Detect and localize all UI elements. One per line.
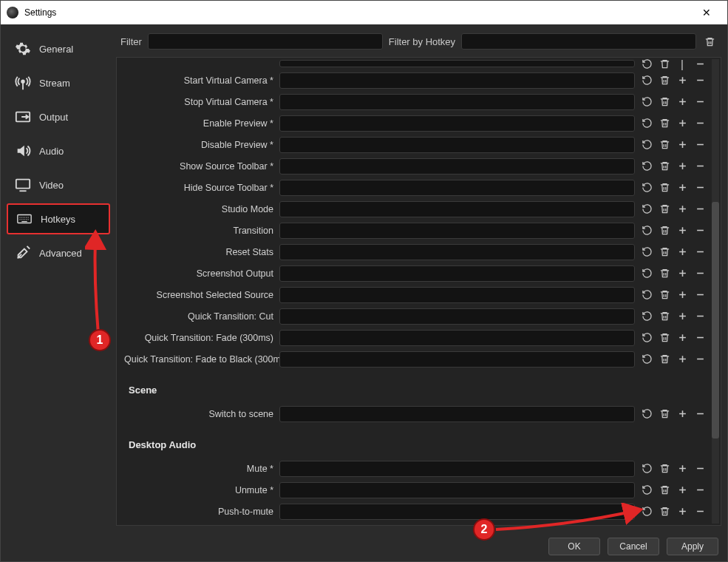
- hotkey-input[interactable]: [279, 287, 635, 303]
- filter-input[interactable]: [148, 33, 383, 50]
- add-icon[interactable]: [675, 180, 690, 195]
- undo-icon[interactable]: [639, 407, 654, 422]
- sidebar-item-output[interactable]: Output: [7, 101, 110, 132]
- trash-icon[interactable]: [657, 266, 672, 281]
- add-icon[interactable]: [675, 159, 690, 174]
- add-icon[interactable]: [675, 95, 690, 109]
- undo-icon[interactable]: [639, 95, 654, 109]
- pipe-icon[interactable]: |: [675, 57, 690, 71]
- trash-icon[interactable]: [657, 526, 672, 527]
- trash-icon[interactable]: [657, 461, 672, 476]
- trash-icon[interactable]: [657, 73, 672, 88]
- undo-icon[interactable]: [639, 266, 654, 281]
- remove-icon[interactable]: [693, 95, 707, 109]
- undo-icon[interactable]: [639, 504, 654, 519]
- remove-icon[interactable]: [693, 159, 707, 174]
- undo-icon[interactable]: [639, 138, 654, 152]
- add-icon[interactable]: [675, 202, 690, 217]
- sidebar-item-audio[interactable]: Audio: [7, 135, 110, 166]
- hotkey-input[interactable]: [279, 137, 635, 153]
- remove-icon[interactable]: [693, 116, 707, 131]
- undo-icon[interactable]: [639, 202, 654, 217]
- remove-icon[interactable]: [693, 202, 707, 217]
- trash-icon[interactable]: [657, 309, 672, 324]
- add-icon[interactable]: [675, 526, 690, 527]
- hotkey-input[interactable]: [279, 330, 635, 346]
- remove-icon[interactable]: [693, 526, 707, 527]
- trash-icon[interactable]: [657, 245, 672, 260]
- add-icon[interactable]: [675, 288, 690, 302]
- sidebar-item-general[interactable]: General: [7, 33, 110, 64]
- undo-icon[interactable]: [639, 73, 654, 88]
- undo-icon[interactable]: [639, 159, 654, 174]
- add-icon[interactable]: [675, 504, 690, 519]
- undo-icon[interactable]: [639, 352, 654, 367]
- clear-filter-icon[interactable]: [702, 36, 717, 47]
- undo-icon[interactable]: [639, 245, 654, 260]
- remove-icon[interactable]: [693, 461, 707, 476]
- sidebar-item-advanced[interactable]: Advanced: [7, 237, 110, 268]
- remove-icon[interactable]: [693, 73, 707, 88]
- hotkey-input[interactable]: [279, 223, 635, 239]
- add-icon[interactable]: [675, 138, 690, 152]
- remove-icon[interactable]: [693, 483, 707, 498]
- trash-icon[interactable]: [657, 180, 672, 195]
- trash-icon[interactable]: [657, 116, 672, 131]
- trash-icon[interactable]: [657, 202, 672, 217]
- remove-icon[interactable]: [693, 288, 707, 302]
- undo-icon[interactable]: [639, 57, 654, 71]
- hotkey-input[interactable]: [279, 461, 635, 477]
- add-icon[interactable]: [675, 73, 690, 88]
- remove-icon[interactable]: [693, 407, 707, 422]
- undo-icon[interactable]: [639, 288, 654, 302]
- trash-icon[interactable]: [657, 352, 672, 367]
- hotkey-input[interactable]: [279, 94, 635, 110]
- close-button[interactable]: ✕: [692, 7, 721, 18]
- apply-button[interactable]: Apply: [667, 538, 718, 555]
- remove-icon[interactable]: [693, 223, 707, 238]
- undo-icon[interactable]: [639, 309, 654, 324]
- undo-icon[interactable]: [639, 461, 654, 476]
- hotkey-input[interactable]: [279, 201, 635, 217]
- hotkey-input[interactable]: [279, 180, 635, 196]
- trash-icon[interactable]: [657, 223, 672, 238]
- remove-icon[interactable]: [693, 180, 707, 195]
- trash-icon[interactable]: [657, 407, 672, 422]
- trash-icon[interactable]: [657, 288, 672, 302]
- hotkey-input[interactable]: [279, 308, 635, 325]
- hotkey-input[interactable]: [279, 504, 635, 520]
- undo-icon[interactable]: [639, 223, 654, 238]
- trash-icon[interactable]: [657, 159, 672, 174]
- trash-icon[interactable]: [657, 483, 672, 498]
- remove-icon[interactable]: [693, 331, 707, 345]
- add-icon[interactable]: [675, 352, 690, 367]
- trash-icon[interactable]: [657, 95, 672, 109]
- trash-icon[interactable]: [657, 331, 672, 345]
- remove-icon[interactable]: [693, 504, 707, 519]
- undo-icon[interactable]: [639, 180, 654, 195]
- hotkey-input[interactable]: [279, 265, 635, 282]
- hotkey-input[interactable]: [279, 406, 635, 422]
- add-icon[interactable]: [675, 223, 690, 238]
- remove-icon[interactable]: [693, 245, 707, 260]
- add-icon[interactable]: [675, 245, 690, 260]
- trash-icon[interactable]: [657, 138, 672, 152]
- add-icon[interactable]: [675, 116, 690, 131]
- filter-hotkey-input[interactable]: [461, 33, 696, 50]
- trash-icon[interactable]: [657, 504, 672, 519]
- sidebar-item-video[interactable]: Video: [7, 169, 110, 200]
- remove-icon[interactable]: [693, 266, 707, 281]
- add-icon[interactable]: [675, 266, 690, 281]
- hotkey-input[interactable]: [279, 482, 635, 498]
- hotkey-input[interactable]: [279, 244, 635, 260]
- add-icon[interactable]: [675, 309, 690, 324]
- remove-icon[interactable]: [693, 138, 707, 152]
- hotkey-input[interactable]: [279, 158, 635, 175]
- sidebar-item-stream[interactable]: Stream: [7, 67, 110, 98]
- remove-icon[interactable]: [693, 309, 707, 324]
- add-icon[interactable]: [675, 331, 690, 345]
- undo-icon[interactable]: [639, 483, 654, 498]
- cancel-button[interactable]: Cancel: [608, 538, 659, 555]
- undo-icon[interactable]: [639, 526, 654, 527]
- hotkey-input[interactable]: [279, 72, 635, 89]
